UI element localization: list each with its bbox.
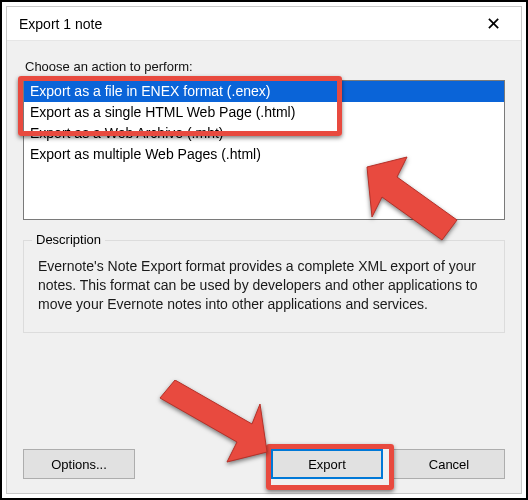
description-label: Description — [32, 232, 105, 247]
export-action-listbox[interactable]: Export as a file in ENEX format (.enex) … — [23, 80, 505, 220]
cancel-button[interactable]: Cancel — [393, 449, 505, 479]
titlebar: Export 1 note ✕ — [7, 7, 521, 41]
option-enex[interactable]: Export as a file in ENEX format (.enex) — [24, 81, 504, 102]
window-title: Export 1 note — [19, 7, 102, 41]
option-single-html[interactable]: Export as a single HTML Web Page (.html) — [24, 102, 504, 123]
button-row: Options... Export Cancel — [23, 435, 505, 479]
export-dialog: Export 1 note ✕ Choose an action to perf… — [6, 6, 522, 494]
export-button[interactable]: Export — [271, 449, 383, 479]
action-prompt-label: Choose an action to perform: — [25, 59, 505, 74]
description-group: Description Evernote's Note Export forma… — [23, 240, 505, 333]
description-text: Evernote's Note Export format provides a… — [38, 257, 490, 314]
dialog-body: Choose an action to perform: Export as a… — [7, 41, 521, 493]
screenshot-frame: Export 1 note ✕ Choose an action to perf… — [0, 0, 528, 500]
options-button[interactable]: Options... — [23, 449, 135, 479]
close-icon[interactable]: ✕ — [473, 10, 513, 38]
option-web-archive[interactable]: Export as a Web Archive (.mht) — [24, 123, 504, 144]
option-multiple-html[interactable]: Export as multiple Web Pages (.html) — [24, 144, 504, 165]
